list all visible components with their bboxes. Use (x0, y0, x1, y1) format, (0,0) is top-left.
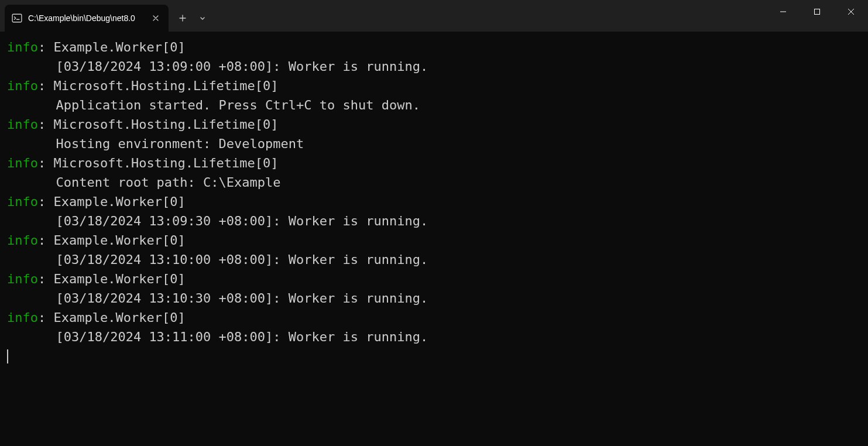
cursor-line (7, 346, 861, 366)
log-level: info (7, 310, 38, 325)
log-message: [03/18/2024 13:11:00 +08:00]: Worker is … (7, 327, 861, 346)
log-message: Hosting environment: Development (7, 134, 861, 153)
log-level: info (7, 272, 38, 286)
tab-title: C:\Example\bin\Debug\net8.0 (28, 13, 145, 23)
log-level: info (7, 40, 38, 54)
log-level: info (7, 233, 38, 248)
cursor (7, 349, 8, 363)
log-message: [03/18/2024 13:10:30 +08:00]: Worker is … (7, 289, 861, 308)
log-source: : Example.Worker[0] (38, 40, 186, 54)
tab-active[interactable]: C:\Example\bin\Debug\net8.0 (5, 5, 169, 32)
log-level: info (7, 194, 38, 209)
log-entry: info: Microsoft.Hosting.Lifetime[0] (7, 115, 861, 134)
maximize-button[interactable] (800, 0, 834, 23)
log-source: : Microsoft.Hosting.Lifetime[0] (38, 78, 279, 93)
close-button[interactable] (834, 0, 868, 23)
log-level: info (7, 156, 38, 170)
log-source: : Example.Worker[0] (38, 272, 186, 286)
svg-rect-0 (12, 14, 22, 22)
log-message: [03/18/2024 13:09:00 +08:00]: Worker is … (7, 57, 861, 76)
log-entry: info: Example.Worker[0] (7, 269, 861, 289)
log-message: Content root path: C:\Example (7, 173, 861, 192)
log-source: : Microsoft.Hosting.Lifetime[0] (38, 117, 279, 132)
tabs-row: C:\Example\bin\Debug\net8.0 (5, 5, 212, 32)
log-source: : Example.Worker[0] (38, 233, 186, 248)
log-entry: info: Microsoft.Hosting.Lifetime[0] (7, 153, 861, 173)
log-level: info (7, 117, 38, 132)
log-entry: info: Example.Worker[0] (7, 192, 861, 211)
window-controls (766, 0, 868, 23)
minimize-button[interactable] (766, 0, 800, 23)
log-entry: info: Microsoft.Hosting.Lifetime[0] (7, 76, 861, 95)
terminal-output[interactable]: info: Example.Worker[0][03/18/2024 13:09… (0, 32, 868, 446)
log-source: : Microsoft.Hosting.Lifetime[0] (38, 156, 279, 170)
titlebar: C:\Example\bin\Debug\net8.0 (0, 0, 868, 32)
log-level: info (7, 78, 38, 93)
log-entry: info: Example.Worker[0] (7, 231, 861, 250)
log-entry: info: Example.Worker[0] (7, 308, 861, 327)
log-message: Application started. Press Ctrl+C to shu… (7, 95, 861, 115)
log-message: [03/18/2024 13:10:00 +08:00]: Worker is … (7, 250, 861, 269)
log-entry: info: Example.Worker[0] (7, 37, 861, 57)
log-source: : Example.Worker[0] (38, 194, 186, 209)
log-source: : Example.Worker[0] (38, 310, 186, 325)
tab-dropdown-button[interactable] (193, 8, 212, 29)
tab-close-button[interactable] (150, 12, 162, 24)
svg-rect-1 (815, 9, 820, 15)
terminal-icon (12, 13, 22, 23)
new-tab-button[interactable] (172, 8, 193, 29)
log-message: [03/18/2024 13:09:30 +08:00]: Worker is … (7, 211, 861, 231)
